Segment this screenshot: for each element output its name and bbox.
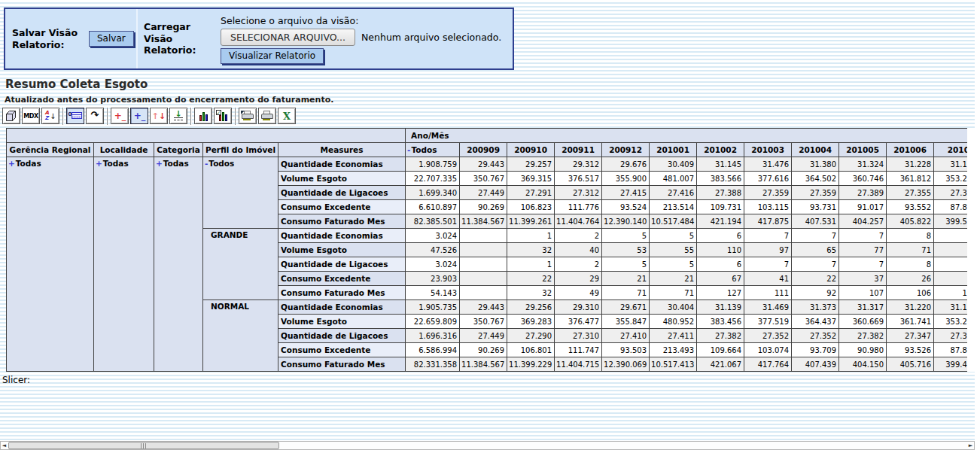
expand-toggle-icon[interactable]: - — [407, 145, 410, 154]
value-cell: 5 — [650, 229, 697, 243]
value-cell: 1 — [507, 229, 555, 243]
value-cell: 376.517 — [555, 172, 602, 186]
slicer-label: Slicer: — [2, 375, 30, 385]
show-empty-cells-button[interactable]: 0 — [66, 108, 84, 124]
value-cell: 11.384.567 — [460, 214, 507, 229]
expand-toggle-icon[interactable]: + — [156, 159, 163, 168]
print-config-button[interactable] — [239, 108, 257, 124]
drill-through-button[interactable]: ↓ — [169, 108, 187, 124]
value-cell: 90.269 — [460, 343, 507, 357]
value-cell: 7 — [839, 257, 887, 272]
value-cell: 27.415 — [602, 186, 650, 200]
scroll-left-icon[interactable]: ◄ — [1, 442, 8, 449]
dimension-member-cell[interactable]: +Todas — [7, 157, 94, 372]
value-cell: 27.389 — [839, 186, 887, 200]
value-cell: 6 — [697, 257, 744, 272]
value-cell: 27.355 — [887, 186, 934, 200]
value-cell: 7 — [744, 229, 792, 243]
value-cell: 350.767 — [460, 315, 507, 329]
month-column-header[interactable]: -Todos — [406, 143, 460, 157]
file-input-row: SELECIONAR ARQUIVO... Nenhum arquivo sel… — [221, 29, 501, 46]
swap-axes-button[interactable]: ↷ — [86, 108, 104, 124]
expand-toggle-icon[interactable]: - — [205, 159, 208, 168]
pivot-toolbar: MDXAZ↓0↷+_+_↑↓↓✓X — [2, 107, 297, 125]
value-cell: 31.16 — [934, 157, 967, 172]
value-cell: 27.382 — [697, 329, 744, 343]
value-cell: 360.746 — [839, 172, 887, 186]
profile-member-cell: NORMAL — [203, 300, 278, 372]
scroll-right-icon[interactable]: ► — [967, 442, 974, 449]
value-cell: 110 — [697, 243, 744, 257]
expand-toggle-icon[interactable]: + — [96, 159, 102, 168]
olap-navigator-button[interactable] — [2, 108, 20, 124]
horizontal-scrollbar[interactable]: ◄ ► — [0, 441, 975, 450]
value-cell: 377.616 — [744, 172, 792, 186]
page-subtitle: Atualizado antes do processamento do enc… — [5, 95, 333, 105]
value-cell: 71 — [887, 243, 934, 257]
month-column-header: 201006 — [887, 143, 934, 157]
sort-az-icon: AZ↓ — [45, 111, 56, 121]
value-cell: 417.875 — [744, 214, 792, 229]
dimension-member-cell[interactable]: +Todas — [154, 157, 203, 372]
expand-toggle-icon[interactable]: + — [8, 159, 15, 168]
drill-replace-button[interactable]: ↑↓ — [150, 108, 168, 124]
value-cell: 21 — [602, 272, 650, 286]
drill-replace-icon: ↑↓ — [152, 111, 166, 121]
month-column-header: 201001 — [650, 143, 697, 157]
pivot-table-band: Ano/MêsGerência RegionalLocalidadeCatego… — [6, 128, 980, 372]
value-cell: 369.283 — [507, 315, 555, 329]
profile-member-cell[interactable]: -Todos — [203, 157, 278, 229]
value-cell: 27.352 — [744, 329, 792, 343]
value-cell: 67 — [697, 272, 744, 286]
value-cell: 127 — [697, 286, 744, 300]
value-cell: 32 — [507, 286, 555, 300]
value-cell: 29.256 — [507, 300, 555, 315]
profile-member-cell: GRANDE — [203, 229, 278, 300]
value-cell: 71 — [650, 286, 697, 300]
value-cell: 22 — [507, 272, 555, 286]
dimension-member-cell[interactable]: +Todas — [94, 157, 154, 372]
value-cell: 93.709 — [792, 343, 839, 357]
value-cell: 1.696.316 — [406, 329, 460, 343]
chart-config-button[interactable]: ✓ — [214, 108, 232, 124]
value-cell: 5 — [602, 229, 650, 243]
value-cell: 49 — [555, 286, 602, 300]
export-excel-button[interactable]: X — [278, 108, 296, 124]
scrollbar-thumb[interactable] — [8, 442, 279, 449]
mdx-editor-button[interactable]: MDX — [22, 108, 40, 124]
scrollbar-grip-icon — [141, 443, 147, 448]
value-cell — [460, 272, 507, 286]
value-cell: 53 — [602, 243, 650, 257]
value-cell: 404.150 — [839, 357, 887, 372]
value-cell — [934, 229, 967, 243]
value-cell: 481.007 — [650, 172, 697, 186]
load-view-section: Carregar Visão Relatorio: Selecione o ar… — [136, 9, 513, 68]
month-column-header: 201002 — [697, 143, 744, 157]
scrollbar-track[interactable] — [8, 442, 967, 449]
month-column-header: 200911 — [555, 143, 602, 157]
value-cell: 55 — [650, 243, 697, 257]
checkmark-icon: ✓ — [216, 110, 221, 115]
value-cell: 87.84 — [934, 343, 967, 357]
show-chart-button[interactable] — [194, 108, 212, 124]
view-report-button[interactable]: Visualizar Relatorio — [221, 48, 324, 64]
save-view-section: Salvar Visão Relatorio: Salvar — [5, 9, 136, 68]
value-cell: 10.517.484 — [650, 214, 697, 229]
select-file-button[interactable]: SELECIONAR ARQUIVO... — [221, 29, 355, 46]
print-button[interactable] — [258, 108, 276, 124]
value-cell: 7 — [792, 257, 839, 272]
drill-position-button[interactable]: +_ — [130, 108, 148, 124]
load-view-label: Carregar Visão Relatorio: — [144, 21, 213, 56]
value-cell: 27.388 — [697, 186, 744, 200]
drill-member-icon: +_ — [114, 112, 126, 120]
sort-button[interactable]: AZ↓ — [41, 108, 59, 124]
save-button[interactable]: Salvar — [89, 31, 134, 47]
value-cell: 360.669 — [839, 315, 887, 329]
value-cell: 93.552 — [887, 200, 934, 214]
value-cell: 22.707.335 — [406, 172, 460, 186]
drill-member-button[interactable]: +_ — [111, 108, 129, 124]
value-cell: 6 — [697, 229, 744, 243]
value-cell: 10.517.413 — [650, 357, 697, 372]
value-cell: 23.903 — [406, 272, 460, 286]
value-cell: 8 — [887, 229, 934, 243]
